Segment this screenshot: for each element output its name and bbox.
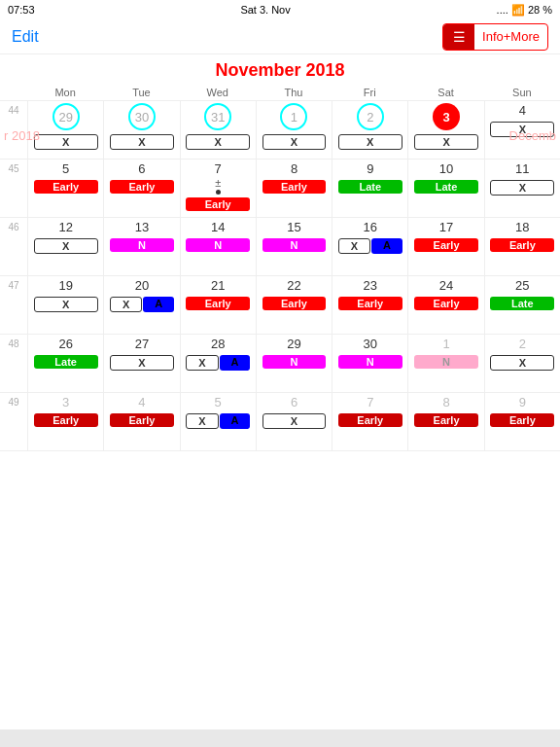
- event-tag[interactable]: X: [34, 134, 98, 150]
- event-tag[interactable]: Early: [34, 413, 98, 427]
- day-cell[interactable]: 21Early: [180, 276, 256, 334]
- dow-sat: Sat: [407, 87, 483, 98]
- day-cell[interactable]: 7±Early: [180, 160, 256, 217]
- day-cell[interactable]: 5Early: [27, 160, 103, 217]
- event-tag[interactable]: X: [490, 180, 554, 196]
- info-more-button[interactable]: ☰ Info+More: [442, 23, 548, 51]
- event-tag[interactable]: Early: [338, 413, 402, 427]
- event-tag[interactable]: X: [414, 134, 478, 150]
- day-cell[interactable]: 29N: [256, 335, 332, 392]
- day-number: 26: [58, 337, 72, 351]
- event-part[interactable]: A: [220, 355, 250, 371]
- day-of-week-row: Mon Tue Wed Thu Fri Sat Sun: [0, 85, 560, 101]
- event-tag[interactable]: X: [490, 355, 554, 371]
- day-cell[interactable]: 8Early: [407, 393, 483, 450]
- day-cell[interactable]: 6X: [256, 393, 332, 450]
- day-number: 4: [138, 395, 145, 409]
- event-tag[interactable]: Late: [338, 180, 402, 194]
- event-part[interactable]: X: [110, 297, 142, 312]
- event-tag[interactable]: X: [34, 297, 98, 312]
- event-tag[interactable]: X: [262, 134, 327, 150]
- event-part[interactable]: X: [338, 238, 370, 254]
- event-tag[interactable]: Late: [34, 355, 98, 369]
- day-cell[interactable]: 25Late: [484, 276, 560, 334]
- event-tag[interactable]: Early: [262, 180, 327, 194]
- day-cell[interactable]: 12X: [27, 218, 103, 275]
- event-tag[interactable]: X: [110, 134, 174, 150]
- event-tag[interactable]: X: [34, 238, 98, 254]
- event-tag[interactable]: Early: [34, 180, 98, 194]
- day-cell[interactable]: 30N: [332, 335, 407, 392]
- event-part[interactable]: A: [143, 297, 173, 312]
- day-cell[interactable]: 27X: [103, 335, 179, 392]
- edit-button[interactable]: Edit: [12, 28, 39, 46]
- day-cell[interactable]: 2X: [332, 101, 407, 159]
- event-tag[interactable]: Early: [490, 238, 554, 252]
- event-tag[interactable]: N: [262, 238, 327, 252]
- dow-mon: Mon: [27, 87, 103, 98]
- day-cell[interactable]: 26Late: [27, 335, 103, 392]
- event-tag[interactable]: Early: [186, 197, 250, 211]
- event-tag[interactable]: Early: [186, 297, 250, 310]
- day-cell[interactable]: 3Early: [27, 393, 103, 450]
- day-cell[interactable]: 23Early: [332, 276, 407, 334]
- event-tag[interactable]: N: [110, 238, 174, 252]
- event-part[interactable]: X: [186, 355, 218, 371]
- day-cell[interactable]: 22Early: [256, 276, 332, 334]
- day-cell[interactable]: 5XA: [180, 393, 256, 450]
- day-cell[interactable]: 3X: [407, 101, 483, 159]
- day-cell[interactable]: 24Early: [407, 276, 483, 334]
- event-tag[interactable]: Early: [414, 297, 478, 310]
- event-part[interactable]: A: [220, 413, 250, 429]
- day-number: 10: [439, 161, 453, 176]
- multi-event-tag[interactable]: XA: [186, 413, 250, 429]
- event-tag[interactable]: N: [186, 238, 250, 252]
- event-tag[interactable]: Early: [110, 180, 174, 194]
- day-cell[interactable]: 9Early: [484, 393, 560, 450]
- day-cell[interactable]: 4Early: [103, 393, 179, 450]
- multi-event-tag[interactable]: XA: [186, 355, 250, 371]
- event-tag[interactable]: N: [338, 355, 402, 369]
- day-number: 9: [367, 161, 373, 176]
- event-tag[interactable]: Early: [414, 413, 478, 427]
- event-tag[interactable]: N: [414, 355, 478, 369]
- day-number: 1: [280, 103, 307, 130]
- day-cell[interactable]: 18Early: [484, 218, 560, 275]
- day-cell[interactable]: 1X: [256, 101, 332, 159]
- event-tag[interactable]: Early: [338, 297, 402, 310]
- event-tag[interactable]: Early: [110, 413, 174, 427]
- day-cell[interactable]: 11X: [484, 160, 560, 217]
- day-cell[interactable]: 17Early: [407, 218, 483, 275]
- event-tag[interactable]: N: [262, 355, 327, 369]
- day-cell[interactable]: 14N: [180, 218, 256, 275]
- day-cell[interactable]: 16XA: [332, 218, 407, 275]
- event-tag[interactable]: X: [186, 134, 250, 150]
- day-cell[interactable]: 7Early: [332, 393, 407, 450]
- day-cell[interactable]: 2X: [484, 335, 560, 392]
- day-cell[interactable]: 13N: [103, 218, 179, 275]
- day-cell[interactable]: 1N: [407, 335, 483, 392]
- day-cell[interactable]: 10Late: [407, 160, 483, 217]
- event-tag[interactable]: X: [110, 355, 174, 371]
- day-cell[interactable]: 19X: [27, 276, 103, 334]
- day-cell[interactable]: 30X: [103, 101, 179, 159]
- multi-event-tag[interactable]: XA: [110, 297, 174, 312]
- event-tag[interactable]: X: [262, 413, 327, 429]
- day-cell[interactable]: 8Early: [256, 160, 332, 217]
- day-cell[interactable]: 20XA: [103, 276, 179, 334]
- day-cell[interactable]: 28XA: [180, 335, 256, 392]
- event-tag[interactable]: Late: [490, 297, 554, 310]
- event-tag[interactable]: Late: [414, 180, 478, 194]
- day-cell[interactable]: 31X: [180, 101, 256, 159]
- day-number: 5: [215, 395, 222, 409]
- event-tag[interactable]: X: [338, 134, 402, 150]
- multi-event-tag[interactable]: XA: [338, 238, 402, 254]
- event-tag[interactable]: Early: [414, 238, 478, 252]
- day-cell[interactable]: 15N: [256, 218, 332, 275]
- event-tag[interactable]: Early: [490, 413, 554, 427]
- event-tag[interactable]: Early: [262, 297, 327, 310]
- event-part[interactable]: A: [371, 238, 402, 254]
- event-part[interactable]: X: [186, 413, 218, 429]
- day-cell[interactable]: 6Early: [103, 160, 179, 217]
- day-cell[interactable]: 9Late: [332, 160, 407, 217]
